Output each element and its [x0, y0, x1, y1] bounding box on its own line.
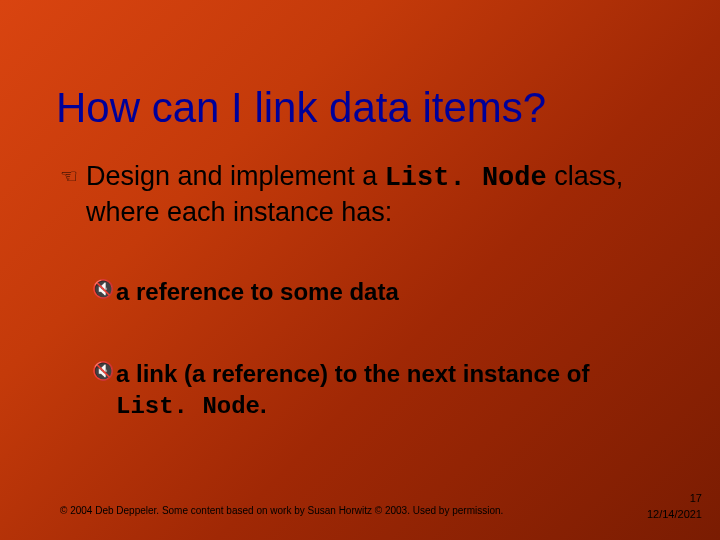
slide: How can I link data items? ☜ Design and … — [0, 0, 720, 540]
bullet2b-text-post: . — [260, 391, 267, 418]
speaker-icon: 🔇 — [92, 278, 114, 301]
slide-title: How can I link data items? — [56, 84, 546, 132]
bullet-level2: 🔇 a reference to some data — [116, 276, 660, 307]
page-number: 17 — [690, 492, 702, 504]
bullet1-text-pre: Design and implement a — [86, 161, 385, 191]
speaker-icon: 🔇 — [92, 360, 114, 383]
footer-copyright: © 2004 Deb Deppeler. Some content based … — [60, 505, 503, 516]
bullet2a-text: a reference to some data — [116, 278, 399, 305]
bullet-level2: 🔇 a link (a reference) to the next insta… — [116, 358, 660, 422]
bullet2b-code: List. Node — [116, 393, 260, 420]
bullet2b-text-pre: a link (a reference) to the next instanc… — [116, 360, 589, 387]
bullet-level1: ☜ Design and implement a List. Node clas… — [86, 160, 660, 230]
slide-date: 12/14/2021 — [647, 508, 702, 520]
hand-pointer-icon: ☜ — [60, 164, 78, 189]
bullet1-code: List. Node — [385, 163, 547, 193]
